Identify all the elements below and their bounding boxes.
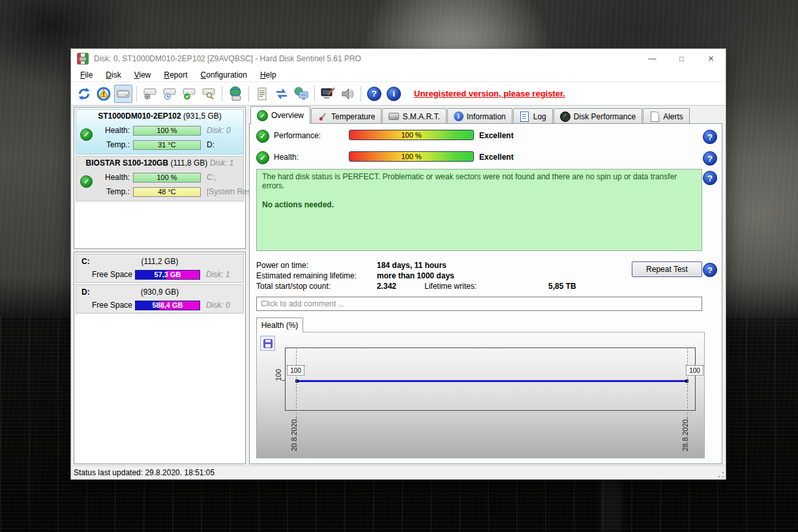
comment-input[interactable] xyxy=(256,297,702,311)
free-space-bar: 588,4 GB xyxy=(135,301,200,310)
health-bar: 100 % xyxy=(349,151,474,162)
help-icon[interactable]: ? xyxy=(703,151,717,166)
tab-label: Information xyxy=(467,112,506,121)
status-bar-text: Status last updated: 29.8.2020. 18:51:05 xyxy=(74,468,214,477)
menu-file[interactable]: File xyxy=(74,68,99,81)
gauge-icon xyxy=(560,111,570,122)
disk-analyze-button[interactable] xyxy=(200,85,218,103)
help-icon[interactable]: ? xyxy=(703,171,717,185)
toolbar-separator xyxy=(361,86,361,102)
hardware-tools-icon xyxy=(320,87,336,101)
tab-label: Alerts xyxy=(663,112,683,121)
refresh-icon xyxy=(77,87,91,101)
disk-view-button[interactable] xyxy=(114,85,132,103)
close-button[interactable]: ✕ xyxy=(696,49,726,68)
partition-title-row: C: (111,2 GB) xyxy=(76,254,243,268)
performance-row: ✓ Performance: 100 % Excellent ? xyxy=(250,130,722,143)
overview-panel: ✓ Performance: 100 % Excellent ? ✓ Healt… xyxy=(249,123,722,464)
disk-name: ST1000DM010-2EP102 xyxy=(98,111,181,121)
menu-report[interactable]: Report xyxy=(158,68,194,81)
menu-configuration-rest: onfiguration xyxy=(206,70,247,80)
disk-settings-icon xyxy=(142,87,158,101)
disk-list: ST1000DM010-2EP102 (931,5 GB) ✓ Health: … xyxy=(74,107,246,249)
refresh-button[interactable] xyxy=(75,85,93,103)
menu-file-rest: ile xyxy=(85,70,93,80)
health-chart-tab[interactable]: Health (%) xyxy=(256,318,303,332)
disk-item-biostar[interactable]: BIOSTAR S100-120GB (111,8 GB) Disk: 1 ✓ … xyxy=(76,156,244,201)
send-report-button[interactable] xyxy=(273,85,291,103)
status-bar: Status last updated: 29.8.2020. 18:51:05 xyxy=(71,466,726,479)
send-report-icon xyxy=(274,87,289,101)
disk-item-st1000[interactable]: ST1000DM010-2EP102 (931,5 GB) ✓ Health: … xyxy=(76,109,244,155)
menu-disk[interactable]: Disk xyxy=(99,68,127,81)
desktop-wallpaper: Disk: 0, ST1000DM010-2EP102 [Z9AVQBSC] -… xyxy=(0,0,798,532)
volume-label: [System Rese xyxy=(207,187,256,196)
report-button[interactable] xyxy=(253,85,271,103)
temp-label: Temp.: xyxy=(96,187,130,196)
menu-configuration-key: C xyxy=(201,70,207,80)
free-space-value: 588,4 GB xyxy=(152,301,183,309)
information-button[interactable]: i xyxy=(385,85,403,103)
temp-value: 31 °C xyxy=(158,141,176,149)
tab-temperature[interactable]: Temperature xyxy=(311,108,381,124)
help-icon[interactable]: ? xyxy=(703,130,717,144)
page-icon xyxy=(649,111,660,122)
menu-help-key: H xyxy=(260,70,266,80)
overview-check-icon: ✓ xyxy=(257,110,268,121)
health-chart-panel: 100 100 100 20.8.2020. 28.8.2020. xyxy=(256,332,705,458)
minimize-button[interactable]: — xyxy=(638,49,667,68)
app-icon xyxy=(77,53,89,65)
alert-settings-button[interactable] xyxy=(95,85,113,103)
menu-report-key: R xyxy=(164,70,170,80)
sound-button[interactable] xyxy=(338,85,357,103)
disk-title: ST1000DM010-2EP102 (931,5 GB) xyxy=(76,110,243,123)
disk-test-button[interactable] xyxy=(180,85,198,103)
health-value: 100 % xyxy=(156,173,177,181)
menu-help-rest: elp xyxy=(266,70,276,80)
unregistered-link[interactable]: Unregistered version, please register. xyxy=(414,89,565,98)
partition-item-c[interactable]: C: (111,2 GB) Free Space 57,3 GB Disk: 1 xyxy=(76,254,244,283)
menu-view[interactable]: View xyxy=(128,68,158,81)
disk-temp-row: Temp.: 48 °C [System Rese xyxy=(76,185,243,199)
tab-overview[interactable]: ✓Overview xyxy=(250,106,310,124)
partition-item-d[interactable]: D: (930,9 GB) Free Space 588,4 GB Disk: … xyxy=(76,284,244,314)
info-icon: i xyxy=(387,87,401,101)
free-space-label: Free Space xyxy=(92,270,135,279)
save-chart-button[interactable] xyxy=(260,336,275,351)
network-icon xyxy=(293,86,309,102)
toolbar-separator xyxy=(136,86,137,102)
partition-free-row: Free Space 588,4 GB Disk: 0 xyxy=(76,299,243,312)
tab-label: Overview xyxy=(271,111,304,120)
menu-disk-rest: isk xyxy=(111,70,121,80)
temp-bar: 31 °C xyxy=(133,140,201,150)
chart-xlabel-right: 28.8.2020. xyxy=(681,417,689,451)
help-icon[interactable]: ? xyxy=(703,263,717,277)
toolbar-separator xyxy=(222,86,222,102)
disk-settings-button[interactable] xyxy=(141,85,159,103)
tab-bar: ✓Overview Temperature S.M.A.R.T. iInform… xyxy=(249,107,722,124)
disk-analyze-icon xyxy=(201,87,216,101)
maximize-button[interactable]: □ xyxy=(667,49,696,68)
resize-grip[interactable] xyxy=(717,471,725,479)
menu-configuration[interactable]: Configuration xyxy=(194,68,254,81)
menu-report-rest: eport xyxy=(170,70,187,80)
tab-disk-performance[interactable]: Disk Performance xyxy=(554,108,642,124)
online-status-button[interactable] xyxy=(226,85,244,103)
tab-log[interactable]: Log xyxy=(513,108,553,124)
status-text: The hard disk status is PERFECT. Problem… xyxy=(262,172,696,190)
tab-smart[interactable]: S.M.A.R.T. xyxy=(382,108,446,124)
network-button[interactable] xyxy=(292,85,310,103)
menu-help[interactable]: Help xyxy=(254,68,283,81)
tab-information[interactable]: iInformation xyxy=(447,108,512,124)
start-stop-value: 2.342 xyxy=(377,282,396,291)
tab-label: Disk Performance xyxy=(574,112,636,121)
hardware-tools-button[interactable] xyxy=(319,85,337,103)
start-stop-label: Total start/stop count: xyxy=(256,282,331,291)
repeat-test-button[interactable]: Repeat Test xyxy=(632,261,702,277)
tab-alerts[interactable]: Alerts xyxy=(643,108,690,124)
free-space-label: Free Space xyxy=(92,301,135,310)
help-button[interactable]: ? xyxy=(365,85,383,103)
tab-label: Log xyxy=(533,112,546,121)
disk-view-icon xyxy=(117,89,130,98)
disk-schedule-button[interactable] xyxy=(160,85,179,103)
